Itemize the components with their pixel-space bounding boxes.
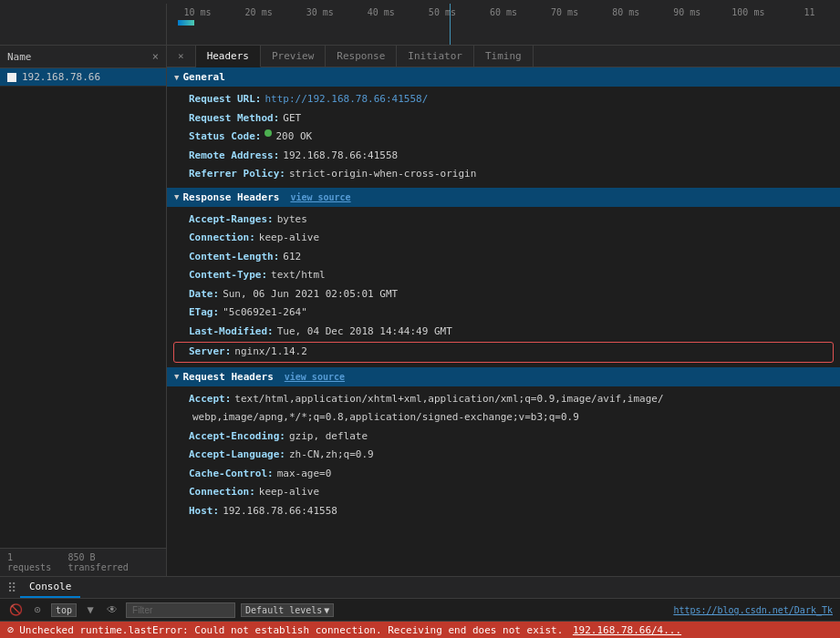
default-levels-label: Default levels — [245, 605, 322, 615]
referrer-policy-row: Referrer Policy: strict-origin-when-cros… — [167, 165, 840, 184]
timeline-needle — [450, 4, 451, 45]
remote-address-row: Remote Address: 192.168.78.66:41558 — [167, 147, 840, 166]
request-headers-view-source[interactable]: view source — [285, 372, 345, 382]
timeline-label-80ms: 80 ms — [596, 7, 657, 17]
timeline-label-20ms: 20 ms — [228, 7, 289, 17]
status-dot-icon — [264, 129, 272, 137]
timeline-label-30ms: 30 ms — [289, 7, 350, 17]
accept-encoding-value: gzip, deflate — [289, 429, 368, 445]
network-item-icon — [7, 73, 16, 82]
request-url-value: http://192.168.78.66:41558/ — [264, 92, 428, 108]
tab-initiator[interactable]: Initiator — [397, 46, 474, 67]
error-message: Unchecked runtime.lastError: Could not e… — [19, 624, 833, 636]
general-section-content: Request URL: http://192.168.78.66:41558/… — [167, 87, 840, 188]
accept-row: Accept: text/html,application/xhtml+xml,… — [167, 390, 840, 409]
name-column-header: Name — [7, 51, 32, 63]
content-length-row: Content-Length: 612 — [167, 248, 840, 267]
request-method-row: Request Method: GET — [167, 109, 840, 129]
accept-language-key: Accept-Language: — [189, 448, 285, 463]
host-row: Host: 192.168.78.66:41558 — [167, 502, 840, 521]
console-filter-input[interactable] — [126, 602, 235, 618]
timeline-label-50ms: 50 ms — [411, 7, 472, 17]
content-type-value: text/html — [271, 268, 326, 283]
default-levels-arrow-icon: ▼ — [324, 605, 329, 615]
accept-encoding-row: Accept-Encoding: gzip, deflate — [167, 427, 840, 447]
response-headers-view-source[interactable]: view source — [290, 192, 350, 202]
console-area: ⠿ Console 🚫 ⊙ top ▼ 👁 Default levels ▼ h… — [0, 576, 840, 622]
accept-ranges-row: Accept-Ranges: bytes — [167, 211, 840, 230]
last-modified-row: Last-Modified: Tue, 04 Dec 2018 14:44:49… — [167, 323, 840, 342]
console-drag-icon[interactable]: ⠿ — [4, 580, 20, 596]
date-value: Sun, 06 Jun 2021 02:05:01 GMT — [223, 287, 398, 303]
accept-language-row: Accept-Language: zh-CN,zh;q=0.9 — [167, 446, 840, 465]
status-bar: ⊘ Unchecked runtime.lastError: Could not… — [0, 622, 840, 638]
last-modified-value: Tue, 04 Dec 2018 14:44:49 GMT — [277, 324, 452, 340]
request-method-key: Request Method: — [189, 111, 279, 127]
timeline-ruler: 10 ms 20 ms 30 ms 40 ms 50 ms 60 ms 70 m… — [167, 4, 840, 45]
timeline-label-70ms: 70 ms — [534, 7, 596, 17]
request-headers-title: Request Headers — [182, 371, 273, 383]
server-value: nginx/1.14.2 — [234, 345, 306, 360]
status-code-key: Status Code: — [189, 129, 261, 145]
request-url-key: Request URL: — [189, 92, 261, 108]
timeline-label-40ms: 40 ms — [350, 7, 411, 17]
tabs-bar: × Headers Preview Response Initiator Tim… — [167, 46, 840, 67]
response-headers-section: ▼ Response Headers view source Accept-Ra… — [167, 188, 840, 367]
etag-row: ETag: "5c0692e1-264" — [167, 304, 840, 323]
accept-value: text/html,application/xhtml+xml,applicat… — [234, 392, 663, 407]
accept-key: Accept: — [189, 392, 231, 407]
date-row: Date: Sun, 06 Jun 2021 02:05:01 GMT — [167, 285, 840, 304]
etag-key: ETag: — [189, 305, 219, 321]
detail-content[interactable]: ▼ General Request URL: http://192.168.78… — [167, 67, 840, 576]
request-headers-section-header[interactable]: ▼ Request Headers view source — [167, 367, 840, 386]
general-section: ▼ General Request URL: http://192.168.78… — [167, 67, 840, 188]
accept-continuation-row: webp,image/apng,*/*;q=0.8,application/si… — [167, 408, 840, 427]
left-panel: Name × 192.168.78.66 1 requests 850 B tr… — [0, 46, 167, 576]
transferred-size: 850 B transferred — [68, 552, 159, 572]
server-row: Server: nginx/1.14.2 — [174, 343, 833, 362]
response-headers-content: Accept-Ranges: bytes Connection: keep-al… — [167, 207, 840, 367]
general-section-header[interactable]: ▼ General — [167, 67, 840, 87]
accept-language-value: zh-CN,zh;q=0.9 — [289, 448, 374, 463]
referrer-policy-key: Referrer Policy: — [189, 167, 285, 182]
general-section-title: General — [182, 71, 224, 83]
network-item[interactable]: 192.168.78.66 — [0, 68, 166, 87]
req-connection-row: Connection: keep-alive — [167, 483, 840, 502]
context-dropdown-icon[interactable]: ▼ — [82, 602, 99, 618]
server-key: Server: — [189, 345, 231, 360]
timeline-indicator — [178, 20, 194, 26]
cache-control-row: Cache-Control: max-age=0 — [167, 465, 840, 484]
console-tab[interactable]: Console — [20, 577, 80, 598]
status-code-row: Status Code: 200 OK — [167, 128, 840, 147]
default-levels-dropdown[interactable]: Default levels ▼ — [241, 603, 334, 617]
context-selector[interactable]: top — [51, 603, 77, 617]
clear-console-button[interactable]: 🚫 — [7, 602, 24, 618]
tab-preview[interactable]: Preview — [261, 46, 326, 67]
establish-word: establish — [255, 624, 310, 636]
referrer-policy-value: strict-origin-when-cross-origin — [289, 167, 476, 182]
remote-address-value: 192.168.78.66:41558 — [283, 149, 398, 164]
tab-headers[interactable]: Headers — [196, 46, 261, 67]
connection-row: Connection: keep-alive — [167, 229, 840, 248]
csdn-url-link[interactable]: https://blog.csdn.net/Dark_Tk — [673, 605, 833, 615]
context-selector-value: top — [56, 605, 72, 615]
close-button[interactable]: × — [152, 50, 159, 63]
collapse-triangle-icon: ▼ — [174, 73, 179, 82]
ip-address-link[interactable]: 192.168.78.66/4... — [573, 624, 681, 636]
tab-close[interactable]: × — [167, 46, 196, 67]
date-key: Date: — [189, 287, 219, 303]
pause-button[interactable]: ⊙ — [29, 602, 46, 618]
tab-timing[interactable]: Timing — [474, 46, 534, 67]
tab-response[interactable]: Response — [326, 46, 397, 67]
timeline-label-11: 11 — [779, 7, 840, 17]
request-headers-section: ▼ Request Headers view source Accept: te… — [167, 367, 840, 525]
accept-encoding-key: Accept-Encoding: — [189, 429, 285, 445]
network-list-content: 192.168.78.66 — [0, 68, 166, 548]
connection-key: Connection: — [189, 231, 255, 246]
host-key: Host: — [189, 504, 219, 520]
content-length-key: Content-Length: — [189, 250, 279, 265]
response-headers-section-header[interactable]: ▼ Response Headers view source — [167, 188, 840, 207]
eye-icon[interactable]: 👁 — [104, 602, 120, 618]
console-toolbar: 🚫 ⊙ top ▼ 👁 Default levels ▼ https://blo… — [0, 599, 840, 622]
main-area: Name × 192.168.78.66 1 requests 850 B tr… — [0, 46, 840, 576]
